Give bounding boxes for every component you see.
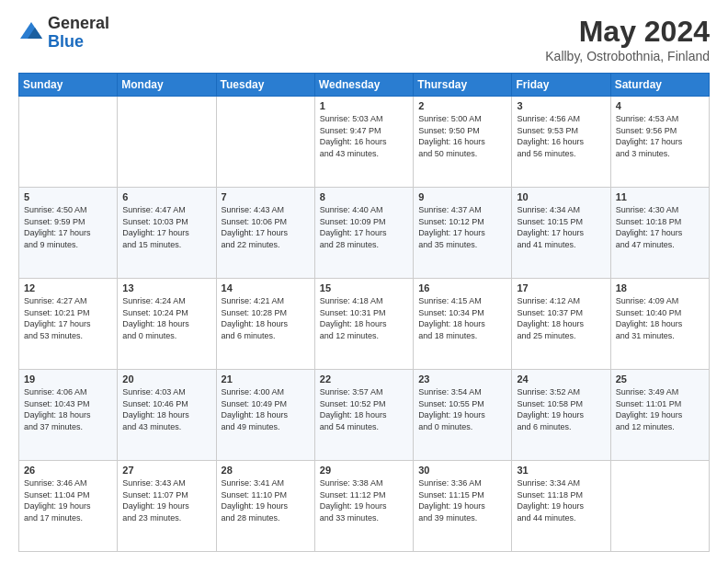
calendar-day-cell: 23Sunrise: 3:54 AMSunset: 10:55 PMDaylig… [414,370,512,461]
day-info: Sunrise: 4:09 AMSunset: 10:40 PMDaylight… [616,295,704,341]
calendar-day-cell: 13Sunrise: 4:24 AMSunset: 10:24 PMDaylig… [118,279,216,370]
day-number: 10 [517,191,605,202]
day-info: Sunrise: 4:47 AMSunset: 10:03 PMDaylight… [122,204,210,250]
day-info: Sunrise: 4:21 AMSunset: 10:28 PMDaylight… [222,295,310,341]
calendar-day-cell [118,97,216,188]
col-wednesday: Wednesday [314,74,413,97]
day-number: 29 [320,465,408,476]
day-info: Sunrise: 5:03 AMSunset: 9:47 PMDaylight:… [320,113,408,159]
day-number: 20 [122,373,210,385]
calendar-day-cell: 26Sunrise: 3:46 AMSunset: 11:04 PMDaylig… [19,461,118,552]
calendar-day-cell [610,461,709,552]
day-number: 31 [517,465,605,476]
day-info: Sunrise: 4:27 AMSunset: 10:21 PMDaylight… [24,295,112,341]
col-thursday: Thursday [414,74,512,97]
col-monday: Monday [118,74,216,97]
day-info: Sunrise: 4:34 AMSunset: 10:15 PMDaylight… [517,204,605,250]
calendar-week-row: 1Sunrise: 5:03 AMSunset: 9:47 PMDaylight… [19,97,710,188]
day-number: 2 [418,100,506,111]
day-info: Sunrise: 3:38 AMSunset: 11:12 PMDaylight… [320,477,408,523]
day-number: 7 [222,191,310,202]
col-saturday: Saturday [610,74,709,97]
calendar-day-cell: 4Sunrise: 4:53 AMSunset: 9:56 PMDaylight… [610,97,709,188]
calendar-day-cell: 15Sunrise: 4:18 AMSunset: 10:31 PMDaylig… [314,279,413,370]
calendar-day-cell [19,97,118,188]
day-info: Sunrise: 4:00 AMSunset: 10:49 PMDaylight… [222,386,310,432]
calendar-week-row: 19Sunrise: 4:06 AMSunset: 10:43 PMDaylig… [19,370,710,461]
day-number: 13 [122,282,210,293]
day-info: Sunrise: 3:34 AMSunset: 11:18 PMDaylight… [517,477,605,523]
calendar-day-cell: 30Sunrise: 3:36 AMSunset: 11:15 PMDaylig… [414,461,512,552]
day-number: 18 [616,282,704,293]
day-info: Sunrise: 3:49 AMSunset: 11:01 PMDaylight… [616,386,704,432]
calendar-header-row: Sunday Monday Tuesday Wednesday Thursday… [19,74,710,97]
day-number: 27 [122,465,210,476]
calendar-day-cell: 9Sunrise: 4:37 AMSunset: 10:12 PMDayligh… [414,188,512,279]
calendar-day-cell: 24Sunrise: 3:52 AMSunset: 10:58 PMDaylig… [512,370,610,461]
day-number: 26 [24,465,112,476]
calendar-day-cell: 16Sunrise: 4:15 AMSunset: 10:34 PMDaylig… [414,279,512,370]
day-number: 5 [24,191,112,202]
calendar-day-cell [216,97,314,188]
day-info: Sunrise: 4:56 AMSunset: 9:53 PMDaylight:… [517,113,605,159]
day-info: Sunrise: 3:57 AMSunset: 10:52 PMDaylight… [320,386,408,432]
day-number: 15 [320,282,408,293]
day-number: 3 [517,100,605,111]
day-number: 23 [418,373,506,385]
calendar-day-cell: 6Sunrise: 4:47 AMSunset: 10:03 PMDayligh… [118,188,216,279]
calendar-week-row: 26Sunrise: 3:46 AMSunset: 11:04 PMDaylig… [19,461,710,552]
logo-text: General Blue [48,15,109,52]
calendar-day-cell: 29Sunrise: 3:38 AMSunset: 11:12 PMDaylig… [314,461,413,552]
day-number: 17 [517,282,605,293]
day-info: Sunrise: 3:41 AMSunset: 11:10 PMDaylight… [222,477,310,523]
col-friday: Friday [512,74,610,97]
day-number: 28 [222,465,310,476]
calendar-day-cell: 20Sunrise: 4:03 AMSunset: 10:46 PMDaylig… [118,370,216,461]
logo: General Blue [18,15,109,52]
col-tuesday: Tuesday [216,74,314,97]
day-info: Sunrise: 3:54 AMSunset: 10:55 PMDaylight… [418,386,506,432]
day-number: 19 [24,373,112,385]
calendar-day-cell: 28Sunrise: 3:41 AMSunset: 11:10 PMDaylig… [216,461,314,552]
calendar-day-cell: 3Sunrise: 4:56 AMSunset: 9:53 PMDaylight… [512,97,610,188]
day-number: 11 [616,191,704,202]
day-info: Sunrise: 4:24 AMSunset: 10:24 PMDaylight… [122,295,210,341]
day-info: Sunrise: 4:53 AMSunset: 9:56 PMDaylight:… [616,113,704,159]
day-info: Sunrise: 4:40 AMSunset: 10:09 PMDaylight… [320,204,408,250]
calendar-day-cell: 19Sunrise: 4:06 AMSunset: 10:43 PMDaylig… [19,370,118,461]
calendar-day-cell: 22Sunrise: 3:57 AMSunset: 10:52 PMDaylig… [314,370,413,461]
calendar-day-cell: 1Sunrise: 5:03 AMSunset: 9:47 PMDaylight… [314,97,413,188]
day-number: 8 [320,191,408,202]
calendar-day-cell: 21Sunrise: 4:00 AMSunset: 10:49 PMDaylig… [216,370,314,461]
subtitle: Kallby, Ostrobothnia, Finland [545,49,710,63]
day-info: Sunrise: 3:46 AMSunset: 11:04 PMDaylight… [24,477,112,523]
calendar-day-cell: 12Sunrise: 4:27 AMSunset: 10:21 PMDaylig… [19,279,118,370]
calendar-day-cell: 18Sunrise: 4:09 AMSunset: 10:40 PMDaylig… [610,279,709,370]
day-number: 14 [222,282,310,293]
logo-blue: Blue [48,33,109,52]
day-info: Sunrise: 4:03 AMSunset: 10:46 PMDaylight… [122,386,210,432]
calendar-day-cell: 7Sunrise: 4:43 AMSunset: 10:06 PMDayligh… [216,188,314,279]
header: General Blue May 2024 Kallby, Ostrobothn… [18,15,710,63]
day-number: 16 [418,282,506,293]
calendar-day-cell: 11Sunrise: 4:30 AMSunset: 10:18 PMDaylig… [610,188,709,279]
day-number: 25 [616,373,704,385]
day-info: Sunrise: 5:00 AMSunset: 9:50 PMDaylight:… [418,113,506,159]
calendar-week-row: 12Sunrise: 4:27 AMSunset: 10:21 PMDaylig… [19,279,710,370]
day-number: 30 [418,465,506,476]
day-number: 24 [517,373,605,385]
day-info: Sunrise: 4:50 AMSunset: 9:59 PMDaylight:… [24,204,112,250]
day-number: 6 [122,191,210,202]
day-number: 21 [222,373,310,385]
calendar-day-cell: 27Sunrise: 3:43 AMSunset: 11:07 PMDaylig… [118,461,216,552]
page: General Blue May 2024 Kallby, Ostrobothn… [0,0,728,563]
day-number: 1 [320,100,408,111]
day-number: 22 [320,373,408,385]
day-info: Sunrise: 4:15 AMSunset: 10:34 PMDaylight… [418,295,506,341]
main-title: May 2024 [545,15,710,49]
day-info: Sunrise: 3:36 AMSunset: 11:15 PMDaylight… [418,477,506,523]
day-info: Sunrise: 4:43 AMSunset: 10:06 PMDaylight… [222,204,310,250]
calendar-day-cell: 2Sunrise: 5:00 AMSunset: 9:50 PMDaylight… [414,97,512,188]
day-number: 4 [616,100,704,111]
day-info: Sunrise: 3:52 AMSunset: 10:58 PMDaylight… [517,386,605,432]
